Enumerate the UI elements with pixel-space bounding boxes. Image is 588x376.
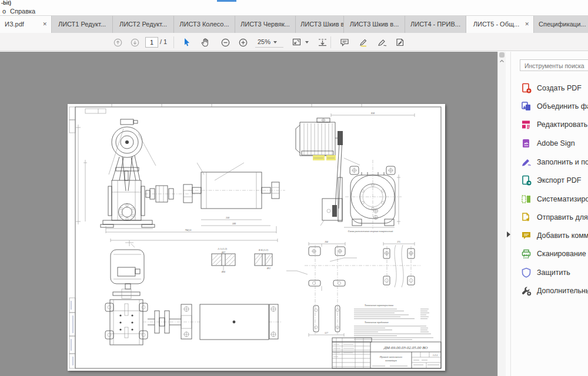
fill-sign-tool-button[interactable]: [375, 35, 389, 49]
svg-text:658: 658: [371, 112, 375, 115]
page-count-label: / 1: [160, 37, 167, 47]
svg-text:350: 350: [226, 216, 229, 219]
select-tool-button[interactable]: [180, 35, 194, 49]
svg-text:Ø27: Ø27: [221, 251, 225, 254]
more-tools-wrench-icon: [521, 286, 532, 296]
page-fit-dropdown[interactable]: [290, 35, 310, 49]
arrow-down-circle-icon: [131, 38, 139, 47]
comment-tool-button[interactable]: [338, 35, 352, 49]
tool-send-for-comments[interactable]: Отправить для комментариев: [520, 211, 588, 224]
tool-export-pdf[interactable]: Экспорт PDF: [520, 174, 588, 187]
zoom-level-dropdown[interactable]: 25%: [255, 37, 283, 48]
tool-scan-ocr[interactable]: Сканирование и распознавание: [520, 247, 588, 260]
title-block: ДМ-69.00.03-02.05.00 ВО Привод ленточног…: [332, 338, 441, 368]
tool-add-comment[interactable]: Добавить комментарий: [520, 229, 588, 242]
window-titlebar: -bit): [0, 0, 588, 7]
arrow-up-circle-icon: [113, 38, 122, 47]
previous-page-button[interactable]: [111, 35, 125, 49]
acrobat-window: { "window": { "title_tail": "-bit)", "ac…: [0, 0, 588, 376]
tab-list3-chervyak[interactable]: ЛИСТ3 Червяк...: [235, 16, 296, 33]
tool-fill-sign[interactable]: Заполнить и подписать: [520, 156, 588, 169]
panel-divider: [506, 52, 510, 376]
minus-circle-icon: [221, 38, 230, 47]
technical-notes: Техническая характеристика Технические т…: [354, 304, 433, 340]
menu-item-help[interactable]: Справка: [8, 7, 37, 15]
tab-list1[interactable]: ЛИСТ1 Редукт...: [52, 16, 113, 33]
view-front: 350 500 764,55: [76, 119, 285, 233]
fit-width-icon: [318, 38, 328, 47]
document-scrollbar[interactable]: [497, 52, 506, 376]
svg-text:Ø56: Ø56: [221, 271, 225, 273]
tool-edit-pdf[interactable]: Редактировать PDF: [520, 118, 588, 131]
svg-text:527: 527: [325, 332, 328, 334]
tab-list3-koleso[interactable]: ЛИСТ3 Колесо...: [174, 16, 235, 33]
tools-search-box[interactable]: [520, 59, 588, 71]
page-pen-icon: [395, 38, 405, 47]
hand-icon: [201, 38, 210, 47]
tool-create-pdf[interactable]: Создать PDF: [520, 82, 588, 95]
plus-circle-icon: [239, 38, 248, 47]
create-pdf-icon: [521, 83, 532, 93]
signature-pen-icon: [377, 38, 387, 47]
menu-item-window[interactable]: о: [1, 7, 8, 15]
pdf-page-canvas[interactable]: 350 500 764,55 658: [68, 104, 445, 371]
tab-iz-pdf[interactable]: ИЗ.pdf ✕: [0, 16, 52, 33]
view-frame-plan: 264 375 527: [286, 241, 420, 337]
svg-text:Б-Б (1:2): Б-Б (1:2): [258, 249, 268, 251]
svg-text:764,55: 764,55: [185, 229, 192, 232]
svg-text:Техническая характеристика: Техническая характеристика: [365, 304, 393, 307]
page-number-input[interactable]: 1: [145, 37, 158, 48]
close-icon[interactable]: ✕: [524, 16, 529, 33]
scroll-up-icon[interactable]: [499, 59, 505, 63]
background-accent-strip: [217, 0, 236, 2]
tab-list2[interactable]: ЛИСТ2 Редукт...: [113, 16, 174, 33]
svg-text:264: 264: [325, 241, 328, 243]
view-plan: [105, 239, 282, 345]
tab-list3-shkiv-1[interactable]: ЛИСТ3 Шкив в...: [296, 16, 344, 33]
fill-sign-icon: [521, 157, 532, 167]
search-input[interactable]: [520, 61, 588, 71]
tool-adobe-sign[interactable]: Adobe Sign: [520, 137, 588, 150]
svg-text:ДМ-69.00.03-02.05.00 ВО: ДМ-69.00.03-02.05.00 ВО: [383, 345, 428, 350]
next-page-button[interactable]: [128, 35, 142, 49]
view-side: 658: [296, 112, 415, 233]
scrolling-mode-button[interactable]: [315, 35, 329, 49]
fit-page-icon: [292, 38, 302, 47]
svg-text:1:2.5: 1:2.5: [433, 354, 438, 357]
svg-text:А-А (1:2): А-А (1:2): [217, 247, 228, 250]
export-pdf-icon: [521, 175, 532, 186]
send-for-comments-icon: [521, 212, 532, 223]
chevron-down-icon: [273, 41, 277, 43]
engineering-drawing: 350 500 764,55 658: [68, 104, 445, 371]
scan-ocr-icon: [521, 249, 532, 259]
svg-text:Схема расположения опорных пов: Схема расположения опорных поверхностей: [348, 230, 393, 233]
highlight-tool-button[interactable]: [356, 35, 370, 49]
select-cursor-icon: [182, 38, 192, 47]
tool-protect[interactable]: Защитить: [520, 266, 588, 279]
more-tools-button[interactable]: [393, 35, 407, 49]
tool-more-tools[interactable]: Дополнительные инструменты: [520, 284, 588, 297]
pencil-icon: [359, 38, 368, 47]
combine-files-icon: [521, 101, 532, 112]
scrollbar-thumb[interactable]: [499, 52, 505, 58]
svg-text:конвейера: конвейера: [385, 359, 397, 362]
svg-text:Привод ленточного: Привод ленточного: [379, 355, 403, 358]
document-tab-bar: ИЗ.pdf ✕ ЛИСТ1 Редукт... ЛИСТ2 Редукт...…: [0, 15, 588, 33]
close-icon[interactable]: ✕: [42, 16, 47, 33]
tool-combine-files[interactable]: Объединить файлы: [520, 100, 588, 113]
hand-tool-button[interactable]: [198, 35, 212, 49]
adobe-sign-icon: [521, 138, 532, 149]
tool-organize-pages[interactable]: Систематизировать страницы: [520, 193, 588, 206]
speech-bubble-icon: [340, 38, 349, 47]
tab-specification[interactable]: Спецификаци...: [534, 16, 588, 33]
window-title-fragment: -bit): [1, 0, 11, 6]
zoom-in-button[interactable]: [236, 35, 250, 49]
tab-list3-shkiv-2[interactable]: ЛИСТ3 Шкив в...: [344, 16, 405, 33]
drawing-frame: [69, 104, 441, 368]
tab-list4-privod[interactable]: ЛИСТ4 - ПРИВ...: [405, 16, 466, 33]
zoom-level-value: 25%: [255, 38, 270, 45]
tab-list5-active[interactable]: ЛИСТ5 - Общ... ✕: [466, 16, 534, 33]
svg-text:Технические требования: Технические требования: [365, 321, 389, 324]
zoom-out-button[interactable]: [218, 35, 232, 49]
edit-pdf-icon: [521, 119, 532, 130]
